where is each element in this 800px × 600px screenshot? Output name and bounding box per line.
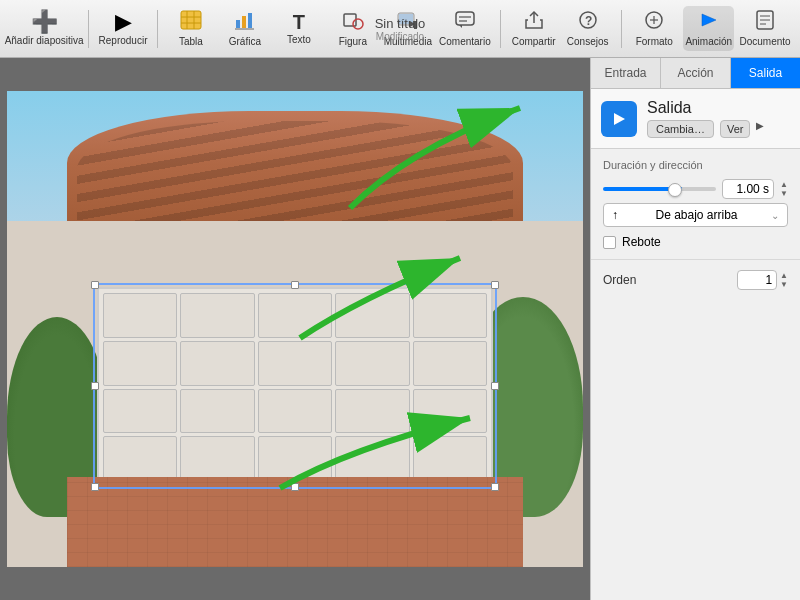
panel-20 — [413, 436, 487, 481]
orden-section: Orden ▲ ▼ — [591, 260, 800, 300]
panel-5 — [413, 293, 487, 338]
comment-button[interactable]: Comentario — [438, 6, 492, 51]
animation-preview: Salida Cambia… Ver ▶ — [591, 89, 800, 149]
orden-label: Orden — [603, 273, 636, 287]
document-icon — [754, 10, 776, 34]
table-button[interactable]: Tabla — [166, 6, 216, 51]
format-button[interactable]: Formato — [629, 6, 679, 51]
add-slide-button[interactable]: ➕ Añadir diapositiva — [8, 7, 80, 50]
animation-label: Animación — [685, 36, 732, 47]
garage-door-panels — [103, 293, 487, 481]
right-panel: Entrada Acción Salida Salida Cambia… Ver… — [590, 58, 800, 600]
duration-down[interactable]: ▼ — [780, 190, 788, 198]
direction-chevron: ⌄ — [771, 210, 779, 221]
duration-row: ▲ ▼ — [603, 179, 788, 199]
text-label: Texto — [287, 34, 311, 45]
add-slide-label: Añadir diapositiva — [5, 35, 84, 46]
ver-button[interactable]: Ver — [720, 120, 751, 138]
tab-accion[interactable]: Acción — [661, 58, 731, 88]
driveway — [67, 477, 523, 567]
separator-1 — [88, 10, 89, 48]
orden-up[interactable]: ▲ — [780, 272, 788, 280]
panel-7 — [180, 341, 254, 386]
svg-rect-7 — [248, 13, 252, 28]
anim-preview-info: Salida Cambia… Ver ▶ — [647, 99, 764, 138]
play-label: Reproducir — [99, 35, 148, 46]
text-icon: T — [293, 12, 305, 32]
rebote-row: Rebote — [603, 235, 788, 249]
svg-rect-15 — [456, 12, 474, 25]
panel-10 — [413, 341, 487, 386]
share-button[interactable]: Compartir — [509, 6, 559, 51]
panel-2 — [180, 293, 254, 338]
panel-19 — [335, 436, 409, 481]
tips-icon: ? — [577, 10, 599, 34]
tab-salida[interactable]: Salida — [731, 58, 800, 88]
panel-13 — [258, 389, 332, 434]
text-button[interactable]: T Texto — [274, 8, 324, 49]
toolbar: ➕ Añadir diapositiva ▶ Reproducir Tabla — [0, 0, 800, 58]
duration-section: Duración y dirección ▲ ▼ ↑ De abajo arri… — [591, 149, 800, 260]
tips-button[interactable]: ? Consejos — [563, 6, 613, 51]
change-button[interactable]: Cambia… — [647, 120, 714, 138]
direction-dropdown[interactable]: ↑ De abajo arriba ⌄ — [603, 203, 788, 227]
svg-rect-6 — [242, 16, 246, 28]
rebote-label: Rebote — [622, 235, 661, 249]
duration-section-title: Duración y dirección — [603, 159, 788, 171]
play-icon: ▶ — [115, 11, 132, 33]
separator-3 — [500, 10, 501, 48]
table-label: Tabla — [179, 36, 203, 47]
tab-entrada[interactable]: Entrada — [591, 58, 661, 88]
play-button[interactable]: ▶ Reproducir — [97, 7, 149, 50]
duration-up[interactable]: ▲ — [780, 181, 788, 189]
panel-3 — [258, 293, 332, 338]
document-label: Documento — [740, 36, 791, 47]
animation-icon — [698, 10, 720, 34]
panel-4 — [335, 293, 409, 338]
direction-label: De abajo arriba — [655, 208, 737, 222]
orden-down[interactable]: ▼ — [780, 281, 788, 289]
svg-marker-31 — [614, 113, 625, 125]
animation-preview-icon — [601, 101, 637, 137]
shape-icon — [342, 10, 364, 34]
format-label: Formato — [636, 36, 673, 47]
animation-title: Salida — [647, 99, 764, 117]
svg-rect-5 — [236, 20, 240, 28]
panel-9 — [335, 341, 409, 386]
orden-input[interactable] — [737, 270, 777, 290]
share-label: Compartir — [512, 36, 556, 47]
slide-image — [5, 89, 585, 569]
chart-button[interactable]: Gráfica — [220, 6, 270, 51]
duration-slider[interactable] — [603, 187, 716, 191]
share-icon — [523, 10, 545, 34]
duration-input[interactable] — [722, 179, 774, 199]
orden-stepper[interactable]: ▲ ▼ — [780, 272, 788, 289]
document-status: Modificado — [376, 31, 424, 42]
panel-15 — [413, 389, 487, 434]
panel-12 — [180, 389, 254, 434]
add-slide-icon: ➕ — [31, 11, 58, 33]
rebote-checkbox[interactable] — [603, 236, 616, 249]
more-icon: ▶ — [756, 120, 764, 138]
panel-6 — [103, 341, 177, 386]
svg-marker-16 — [459, 25, 462, 28]
animation-buttons: Cambia… Ver ▶ — [647, 120, 764, 138]
panel-8 — [258, 341, 332, 386]
document-title: Sin título — [375, 16, 426, 31]
svg-rect-0 — [181, 11, 201, 29]
slide-canvas[interactable] — [0, 58, 590, 600]
tips-label: Consejos — [567, 36, 609, 47]
chart-icon — [234, 10, 256, 34]
orden-input-group: ▲ ▼ — [737, 270, 788, 290]
separator-4 — [621, 10, 622, 48]
duration-stepper[interactable]: ▲ ▼ — [780, 181, 788, 198]
comment-icon — [454, 10, 476, 34]
shape-button[interactable]: Figura — [328, 6, 378, 51]
document-button[interactable]: Documento — [738, 6, 792, 51]
main-area: Entrada Acción Salida Salida Cambia… Ver… — [0, 58, 800, 600]
direction-icon: ↑ — [612, 208, 618, 222]
panel-1 — [103, 293, 177, 338]
animation-button[interactable]: Animación — [683, 6, 734, 51]
panel-tabs: Entrada Acción Salida — [591, 58, 800, 89]
shape-label: Figura — [339, 36, 367, 47]
